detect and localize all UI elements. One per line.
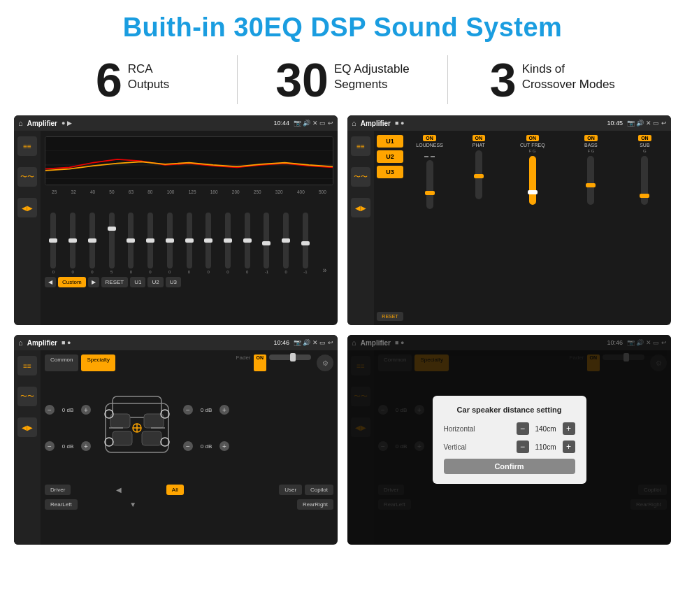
crossover-rl-minus[interactable]: − [45,441,55,451]
crossover-user-btn[interactable]: User [279,485,302,495]
eq-sidebar-btn-2[interactable]: 〜〜 [17,167,37,187]
svg-point-18 [161,438,169,446]
eq-slider-13[interactable]: 0 [277,213,295,274]
amp-loudness-on[interactable]: ON [423,135,436,141]
eq-reset-btn[interactable]: RESET [101,277,129,287]
eq-slider-2[interactable]: 0 [64,213,82,274]
modal-screen: ⌂ Amplifier ■ ● 10:46 📷 🔊 ✕ ▭ ↩ ≡≡ 〜〜 ◀▶… [347,335,671,545]
eq-topbar: ⌂ Amplifier ● ▶ 10:44 📷 🔊 ✕ ▭ ↩ [14,115,338,131]
amp-sub-col: ON SUB G [621,135,668,321]
eq-chart-area [45,136,333,185]
amp-phat-slider[interactable] [475,150,482,199]
crossover-copilot-btn[interactable]: Copilot [305,485,333,495]
amp-bass-on[interactable]: ON [584,135,598,141]
amp-u1-btn[interactable]: U1 [377,135,403,148]
eq-next-btn[interactable]: ▶ [88,277,99,287]
crossover-fr-val: 0 dB [196,407,217,413]
modal-horizontal-plus[interactable]: + [563,422,575,435]
crossover-fl-minus[interactable]: − [45,405,55,415]
amp-bass-slider[interactable] [587,156,594,205]
amp-topbar-time: 10:45 [607,120,623,127]
crossover-fr-minus[interactable]: − [183,405,193,415]
modal-vertical-plus[interactable]: + [563,440,575,453]
eq-slider-12[interactable]: -1 [258,213,275,274]
crossover-rr-minus[interactable]: − [183,441,193,451]
crossover-topbar-title: Amplifier [27,339,57,347]
eq-prev-btn[interactable]: ◀ [45,277,56,287]
eq-slider-10[interactable]: 0 [219,213,237,274]
eq-slider-8[interactable]: 0 [180,213,198,274]
amp-sub-on[interactable]: ON [638,135,651,141]
amp-u3-btn[interactable]: U3 [377,166,403,178]
eq-slider-4[interactable]: 5 [103,213,120,274]
crossover-nav-left[interactable]: ◀ [116,486,122,494]
amp-sidebar-btn-3[interactable]: ◀▶ [351,198,370,217]
amp-u2-btn[interactable]: U2 [377,150,403,163]
amp-sidebar-btn-2[interactable]: 〜〜 [351,167,370,187]
eq-slider-6[interactable]: 0 [142,213,159,274]
crossover-tab-specialty[interactable]: Specialty [81,354,115,371]
freq-320: 320 [275,189,283,194]
eq-u1-btn[interactable]: U1 [130,277,145,287]
eq-slider-5[interactable]: 0 [122,213,140,274]
crossover-rearleft-btn[interactable]: RearLeft [45,499,78,510]
eq-sidebar-btn-3[interactable]: ◀▶ [17,198,37,217]
freq-100: 100 [167,189,175,194]
amp-presets: U1 U2 U3 RESET [377,135,403,321]
eq-slider-7[interactable]: 0 [161,213,178,274]
eq-slider-1[interactable]: 0 [45,213,62,274]
modal-vertical-stepper: − 110cm + [517,440,575,453]
amp-sidebar-btn-1[interactable]: ≡≡ [351,136,370,156]
eq-slider-9[interactable]: 0 [200,213,217,274]
crossover-sidebar-btn-2[interactable]: 〜〜 [17,387,37,406]
crossover-rl-plus[interactable]: + [81,441,91,451]
crossover-tab-common[interactable]: Common [45,354,78,371]
amp-cutfreq-col: ON CUT FREQ F G [504,135,561,321]
modal-vertical-minus[interactable]: − [517,440,529,453]
eq-u2-btn[interactable]: U2 [147,277,163,287]
crossover-rearright-btn[interactable]: RearRight [297,499,333,510]
eq-sliders-area: 0 0 0 5 0 [45,197,333,274]
modal-horizontal-label: Horizontal [444,425,486,433]
crossover-sidebar-btn-3[interactable]: ◀▶ [17,417,37,437]
amp-cutfreq-on[interactable]: ON [526,135,540,141]
crossover-fader-on[interactable]: ON [254,354,267,371]
crossover-fader-track[interactable] [269,354,311,360]
crossover-fr-plus[interactable]: + [219,405,229,415]
amp-phat-on[interactable]: ON [473,135,486,141]
crossover-settings-icon[interactable]: ⚙ [317,354,333,371]
eq-u3-btn[interactable]: U3 [166,277,181,287]
modal-vertical-label: Vertical [444,443,486,451]
eq-mode-btn[interactable]: Custom [58,277,86,287]
eq-slider-11[interactable]: 0 [238,213,256,274]
stat-rca-number: 6 [96,56,122,103]
eq-sidebar-btn-1[interactable]: ≡≡ [17,136,37,156]
freq-40: 40 [90,189,95,194]
amp-cutfreq-slider1[interactable] [529,156,536,205]
eq-slider-14[interactable]: -1 [297,213,315,274]
modal-confirm-btn[interactable]: Confirm [444,459,575,474]
crossover-rr-plus[interactable]: + [219,441,229,451]
crossover-driver-btn[interactable]: Driver [45,485,71,495]
freq-32: 32 [71,189,76,194]
crossover-topbar-dot: ■ ● [62,339,71,346]
amp-cutfreq-label: CUT FREQ [520,143,545,148]
modal-horizontal-minus[interactable]: − [517,422,529,435]
eq-bottom-bar: ◀ Custom ▶ RESET U1 U2 U3 [45,274,333,290]
crossover-fl-plus[interactable]: + [81,405,91,415]
amp-topbar-dot: ■ ● [395,120,404,127]
amp-loudness-slider[interactable] [426,160,433,209]
crossover-nav-down[interactable]: ▼ [129,501,136,508]
amp-reset-btn[interactable]: RESET [377,312,403,321]
modal-horizontal-value: 140cm [532,425,560,433]
freq-25: 25 [52,189,57,194]
amp-sub-slider[interactable] [641,156,648,205]
freq-400: 400 [297,189,305,194]
crossover-screen: ⌂ Amplifier ■ ● 10:46 📷 🔊 ✕ ▭ ↩ ≡≡ 〜〜 ◀▶… [14,335,338,545]
modal-title: Car speaker distance setting [444,406,575,414]
crossover-sidebar-btn-1[interactable]: ≡≡ [17,356,37,375]
eq-slider-3[interactable]: 0 [83,213,101,274]
crossover-all-btn[interactable]: All [166,485,184,495]
eq-slider-more[interactable]: » [316,266,333,274]
modal-overlay: Car speaker distance setting Horizontal … [347,335,671,545]
